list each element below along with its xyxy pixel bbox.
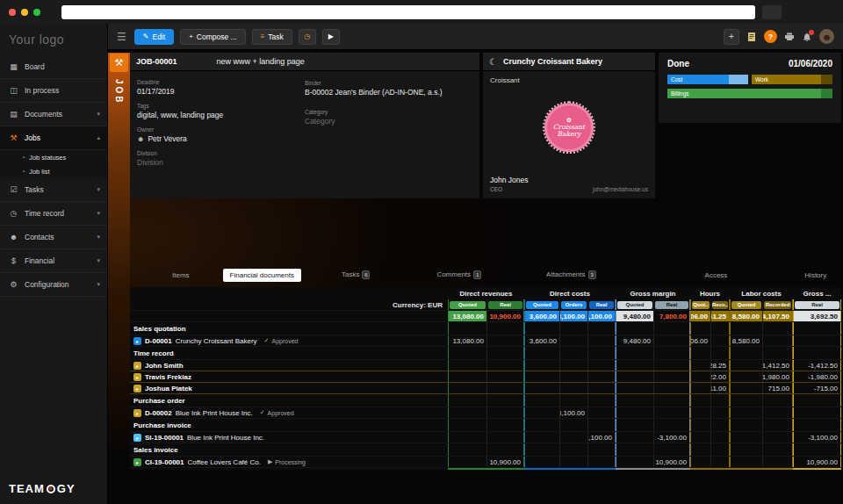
tab-access[interactable]: Access	[698, 269, 735, 282]
browser-menu-button[interactable]	[762, 5, 782, 19]
question-icon: ?	[768, 32, 774, 41]
status-badge[interactable]: Done	[667, 59, 689, 68]
tab-history[interactable]: History	[797, 269, 833, 282]
contact-email[interactable]: john@mediahouse.us	[593, 186, 648, 192]
cell-lc-recorded	[762, 407, 793, 418]
cell-dc-quoted	[524, 383, 559, 393]
sidebar-item-board[interactable]: ▦ Board	[0, 55, 107, 79]
deadline-value[interactable]: 01/17/2019	[137, 87, 305, 96]
col-dc-orders: Orders	[559, 299, 587, 310]
user-avatar[interactable]: ☻	[819, 29, 834, 44]
cell-gm-real	[653, 360, 690, 371]
window-zoom-button[interactable]	[33, 9, 40, 16]
binder-value[interactable]: B-00002 Jean's Binder (AD-IN-ONE, a.s.)	[305, 88, 472, 97]
sidebar-item-documents[interactable]: ▤ Documents ▾	[0, 103, 107, 126]
sidebar-item-label: Time record	[25, 209, 64, 218]
print-icon[interactable]	[784, 32, 795, 42]
compose-button[interactable]: + Compose ...	[180, 29, 246, 45]
client-contact[interactable]: John Jones CEO	[490, 176, 528, 192]
start-button[interactable]: ▶	[322, 29, 340, 45]
section-sales-invoice: Sales invoice	[130, 443, 841, 457]
category-value[interactable]: Category	[305, 117, 472, 126]
table-row-sales-quotation[interactable]: ▸ D-00001 Crunchy Croissant Bakery ✓Appr…	[130, 335, 841, 347]
tab-tasks[interactable]: Tasks6	[335, 268, 377, 282]
table-cell	[730, 394, 762, 407]
section-sales-quotation: Sales quotation	[130, 322, 841, 335]
in-process-icon: ◫	[9, 86, 18, 95]
cell-lc-quoted: 8,580.00	[730, 335, 762, 346]
hamburger-icon[interactable]: ☰	[117, 31, 126, 43]
cell-lc-quoted	[730, 432, 762, 443]
sidebar-item-contacts[interactable]: ☻ Contacts ▾	[0, 226, 107, 249]
table-cell	[448, 394, 486, 407]
total-h-quoted: 106.00	[690, 311, 710, 321]
bell-icon[interactable]	[802, 32, 812, 42]
sidebar-item-in-process[interactable]: ◫ In process	[0, 79, 107, 103]
sidebar-item-tasks[interactable]: ☑ Tasks ▾	[0, 178, 107, 202]
sidebar-item-label: Configuration	[25, 280, 69, 289]
cell-dc-real	[587, 335, 616, 346]
sidebar-item-time-record[interactable]: ◷ Time record ▾	[0, 202, 107, 226]
sidebar-item-label: Tasks	[25, 185, 44, 194]
table-cell	[448, 322, 486, 335]
time-tracker-button[interactable]: ◷	[299, 29, 316, 45]
owner-value[interactable]: ☻ Petr Vevera	[137, 134, 305, 143]
tags-label: Tags	[137, 103, 305, 109]
table-row-time-record[interactable]: ▸ Travis Freklaz 22.00 1,980.00 -1,980.0…	[130, 371, 841, 383]
tags-value[interactable]: digital, www, landing page	[137, 111, 305, 119]
gear-icon: ⚙	[9, 280, 18, 289]
table-cell	[587, 419, 616, 431]
tab-financial-documents[interactable]: Financial documents	[223, 269, 301, 282]
cell-dr-quoted	[448, 383, 486, 393]
tab-items[interactable]: Items	[165, 269, 197, 282]
cell-dr-quoted: 13,080.00	[448, 335, 486, 346]
cell-lc-recorded	[762, 432, 793, 443]
address-bar[interactable]	[61, 5, 755, 19]
notes-icon[interactable]	[746, 32, 757, 42]
documents-icon: ▤	[9, 110, 18, 119]
client-card-header: ☾ Crunchy Croissant Bakery	[483, 53, 655, 71]
division-value[interactable]: Division	[137, 158, 305, 167]
tab-attachments[interactable]: Attachments3	[539, 268, 602, 282]
table-cell	[793, 419, 841, 431]
status-approved: ✓Approved	[260, 409, 294, 416]
owner-name: Petr Vevera	[148, 134, 186, 143]
tab-comments[interactable]: Comments1	[429, 268, 488, 282]
col-dr-real: Real	[486, 299, 524, 310]
add-button[interactable]: +	[724, 29, 739, 45]
cell-gm-quoted	[616, 371, 653, 382]
table-row-time-record[interactable]: ▸ John Smith 28.25 1,412.50 -1,412.50	[130, 360, 841, 371]
table-row-purchase-order[interactable]: ▸ D-00002 Blue Ink Print House Inc. ✓App…	[130, 407, 841, 419]
section-label: Sales quotation	[133, 325, 186, 333]
table-cell	[653, 347, 690, 359]
sidebar-subitem-label: Job list	[29, 168, 49, 176]
cell-dr-quoted	[448, 432, 486, 443]
task-button[interactable]: ≡ Task	[252, 29, 292, 45]
table-row-purchase-invoice[interactable]: ▸ SI-19-00001 Blue Ink Print House Inc. …	[130, 432, 841, 443]
window-close-button[interactable]	[9, 9, 16, 16]
person-icon: ☻	[137, 135, 144, 143]
edit-button[interactable]: ✎ Edit	[134, 29, 174, 45]
target-icon	[47, 485, 55, 493]
table-row-time-record[interactable]: ▸ Joshua Piatek 11.00 715.00 -715.00	[130, 383, 841, 394]
table-row-sales-invoice[interactable]: ▸ CI-19-00001 Coffee Lovers Café Co. ▶Pr…	[130, 457, 841, 468]
sidebar-item-job-list[interactable]: ▪ Job list	[0, 164, 107, 178]
sidebar-item-configuration[interactable]: ⚙ Configuration ▾	[0, 273, 107, 297]
table-cell	[524, 394, 559, 407]
table-cell	[524, 322, 559, 335]
group-gross-margin: Gross margin	[616, 290, 690, 298]
sidebar-item-financial[interactable]: $ Financial ▾	[0, 249, 107, 273]
cell-dr-real	[486, 407, 524, 418]
sidebar-item-jobs[interactable]: ⚒ Jobs ▴	[0, 126, 107, 150]
client-name[interactable]: Crunchy Croissant Bakery	[503, 57, 602, 66]
table-cell	[710, 443, 730, 456]
sidebar-item-job-statuses[interactable]: ▪ Job statuses	[0, 150, 107, 164]
croissant-icon: ☾	[489, 57, 497, 67]
cell-lc-quoted	[730, 360, 762, 371]
help-button[interactable]: ?	[764, 30, 777, 43]
total-gm-real: 7,800.00	[653, 311, 690, 321]
window-minimize-button[interactable]	[21, 9, 28, 16]
time-record-icon: ▸	[133, 373, 141, 381]
cell-gm-quoted	[616, 407, 653, 418]
cell-dr-real	[486, 383, 524, 393]
